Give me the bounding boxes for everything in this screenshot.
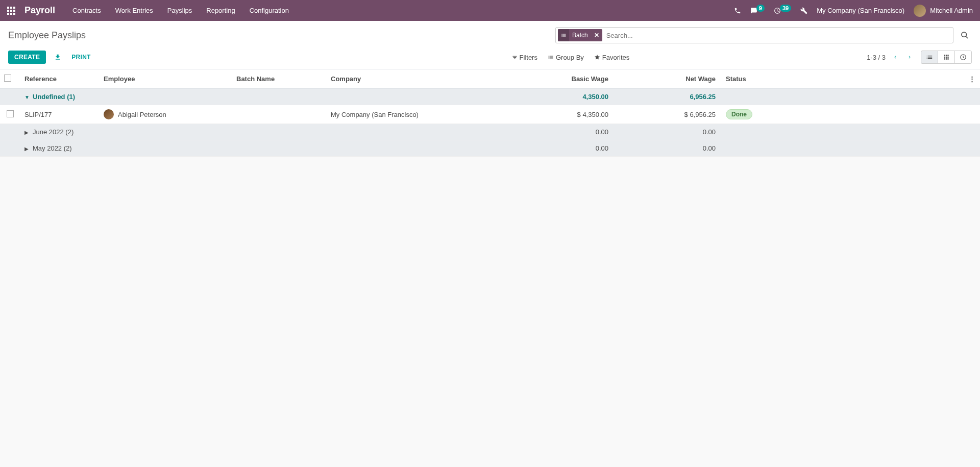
debug-icon[interactable] [800,7,807,14]
list-icon [548,54,554,60]
group-row[interactable]: ▶June 2022 (2)0.000.00 [0,124,980,140]
facet-label: Batch [569,32,591,39]
chevron-down-icon: ▼ [24,94,30,100]
kanban-view-button[interactable] [938,51,955,64]
user-name: Mitchell Admin [930,7,973,14]
list-view-button[interactable] [921,51,938,64]
group-row[interactable]: ▼Undefined (1)4,350.006,956.25 [0,89,980,105]
groupby-dropdown[interactable]: Group By [548,54,584,61]
company-selector[interactable]: My Company (San Francisco) [817,7,904,14]
nav-contracts[interactable]: Contracts [72,7,101,14]
phone-icon[interactable] [734,7,741,14]
search-icon[interactable] [958,28,972,42]
nav-reporting[interactable]: Reporting [206,7,235,14]
column-options[interactable]: ⋮ [965,69,980,89]
download-button[interactable] [49,51,66,64]
user-menu[interactable]: Mitchell Admin [914,5,973,17]
col-batch-name[interactable]: Batch Name [232,69,327,89]
star-icon [594,54,600,60]
favorites-dropdown[interactable]: Favorites [594,54,629,61]
cell-net-wage: $ 6,956.25 [612,105,720,124]
top-navbar: Payroll Contracts Work Entries Payslips … [0,0,980,21]
search-input[interactable] [602,32,951,39]
nav-work-entries[interactable]: Work Entries [115,7,153,14]
app-brand[interactable]: Payroll [24,5,55,16]
create-button[interactable]: CREATE [8,51,46,64]
col-company[interactable]: Company [327,69,510,89]
table-row[interactable]: SLIP/177Abigail PetersonMy Company (San … [0,105,980,124]
nav-payslips[interactable]: Payslips [167,7,192,14]
filter-icon [512,55,518,60]
kanban-icon [943,54,950,61]
page-title: Employee Payslips [8,30,86,41]
search-box[interactable]: Batch ✕ [555,27,953,43]
clock-icon [960,54,967,61]
col-status[interactable]: Status [720,69,965,89]
list-icon [558,29,569,41]
row-checkbox[interactable] [7,110,14,117]
facet-remove-icon[interactable]: ✕ [591,32,602,39]
cell-basic-wage: $ 4,350.00 [510,105,612,124]
user-avatar-icon [914,5,926,17]
cell-reference: SLIP/177 [20,105,100,124]
pager: 1-3 / 3 [867,52,914,63]
activity-view-button[interactable] [954,51,972,64]
chevron-right-icon: ▶ [24,130,30,135]
col-net-wage[interactable]: Net Wage [612,69,720,89]
cell-batch [232,105,327,124]
messages-icon[interactable]: 9 [750,7,765,14]
group-row[interactable]: ▶May 2022 (2)0.000.00 [0,140,980,157]
col-basic-wage[interactable]: Basic Wage [510,69,612,89]
svg-point-0 [962,32,966,37]
messages-badge: 9 [756,5,765,12]
cell-employee: Abigail Peterson [100,105,232,124]
activities-badge: 39 [780,5,791,12]
list-icon [926,54,933,61]
search-facet-batch: Batch ✕ [558,29,602,41]
chevron-right-icon: ▶ [24,146,30,152]
status-badge: Done [726,109,752,119]
cell-company: My Company (San Francisco) [327,105,510,124]
svg-line-1 [966,36,968,38]
col-reference[interactable]: Reference [20,69,100,89]
payslips-table: Reference Employee Batch Name Company Ba… [0,69,980,157]
select-all-checkbox[interactable] [4,75,11,82]
filters-dropdown[interactable]: Filters [512,54,537,61]
nav-configuration[interactable]: Configuration [250,7,289,14]
print-button[interactable]: PRINT [66,51,96,64]
control-panel: Employee Payslips Batch ✕ CREATE PRINT [0,21,980,69]
col-employee[interactable]: Employee [100,69,232,89]
pager-prev[interactable] [891,52,900,63]
apps-menu-icon[interactable] [7,7,15,15]
employee-avatar-icon [104,109,114,119]
pager-text[interactable]: 1-3 / 3 [867,54,886,61]
pager-next[interactable] [905,52,914,63]
activities-icon[interactable]: 39 [774,7,791,14]
